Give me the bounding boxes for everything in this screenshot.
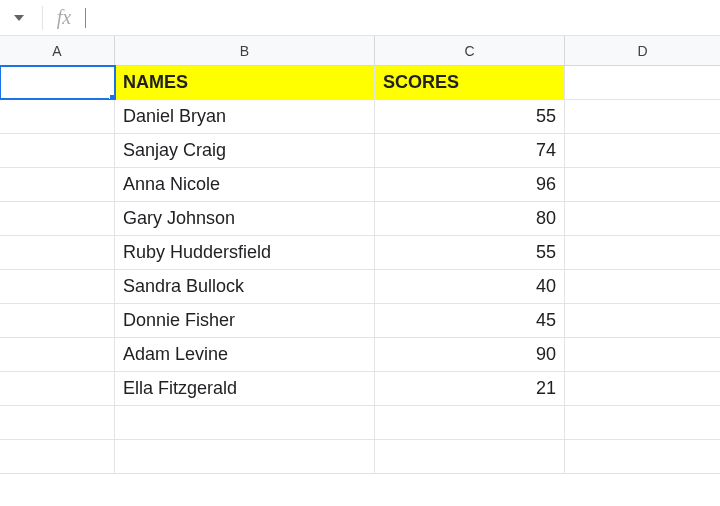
column-header-row: A B C D <box>0 36 720 66</box>
cell-B[interactable] <box>115 440 375 473</box>
grid-row: Ella Fitzgerald 21 <box>0 372 720 406</box>
cell-D[interactable] <box>565 100 720 133</box>
cell-name[interactable]: Donnie Fisher <box>115 304 375 337</box>
cell-name[interactable]: Anna Nicole <box>115 168 375 201</box>
cell-score[interactable]: 55 <box>375 100 565 133</box>
cell-D[interactable] <box>565 440 720 473</box>
cell-score[interactable]: 96 <box>375 168 565 201</box>
grid-row: Sandra Bullock 40 <box>0 270 720 304</box>
cell-name[interactable]: Sandra Bullock <box>115 270 375 303</box>
cell-name[interactable]: Ella Fitzgerald <box>115 372 375 405</box>
grid-row: Daniel Bryan 55 <box>0 100 720 134</box>
spreadsheet-grid: A B C D NAMES SCORES Daniel Bryan 55 San… <box>0 36 720 474</box>
column-header-C[interactable]: C <box>375 36 565 65</box>
column-header-D[interactable]: D <box>565 36 720 65</box>
name-box-dropdown-icon[interactable] <box>6 5 32 31</box>
grid-row: Ruby Huddersfield 55 <box>0 236 720 270</box>
cell-D[interactable] <box>565 168 720 201</box>
cell-score[interactable]: 74 <box>375 134 565 167</box>
cell-score[interactable]: 21 <box>375 372 565 405</box>
cell-D[interactable] <box>565 304 720 337</box>
cell-name[interactable]: Sanjay Craig <box>115 134 375 167</box>
grid-row: Anna Nicole 96 <box>0 168 720 202</box>
column-header-label: A <box>52 43 61 59</box>
cell-score[interactable]: 55 <box>375 236 565 269</box>
cell-A[interactable] <box>0 270 115 303</box>
cell-D[interactable] <box>565 270 720 303</box>
cell-B[interactable] <box>115 406 375 439</box>
column-header-label: C <box>464 43 474 59</box>
cell-name[interactable]: Daniel Bryan <box>115 100 375 133</box>
cell-A[interactable] <box>0 372 115 405</box>
cell-A[interactable] <box>0 304 115 337</box>
cell-A[interactable] <box>0 338 115 371</box>
cell-D[interactable] <box>565 372 720 405</box>
grid-row-empty <box>0 406 720 440</box>
column-header-label: D <box>637 43 647 59</box>
grid-row: Gary Johnson 80 <box>0 202 720 236</box>
cell-D[interactable] <box>565 236 720 269</box>
column-header-B[interactable]: B <box>115 36 375 65</box>
cell-A[interactable] <box>0 236 115 269</box>
formula-bar-divider <box>42 6 43 30</box>
fx-label: fx <box>49 6 79 29</box>
column-header-A[interactable]: A <box>0 36 115 65</box>
cell-C[interactable] <box>375 406 565 439</box>
cell-name[interactable]: Ruby Huddersfield <box>115 236 375 269</box>
cell-A1[interactable] <box>0 66 115 99</box>
cell-score[interactable]: 90 <box>375 338 565 371</box>
cell-score[interactable]: 40 <box>375 270 565 303</box>
cell-D[interactable] <box>565 134 720 167</box>
cell-A[interactable] <box>0 168 115 201</box>
cell-name[interactable]: Adam Levine <box>115 338 375 371</box>
cell-D1[interactable] <box>565 66 720 99</box>
cell-C[interactable] <box>375 440 565 473</box>
grid-row: Donnie Fisher 45 <box>0 304 720 338</box>
formula-input[interactable] <box>86 0 720 35</box>
grid-row: NAMES SCORES <box>0 66 720 100</box>
cell-A[interactable] <box>0 100 115 133</box>
cell-C1-scores-header[interactable]: SCORES <box>375 66 565 99</box>
column-header-label: B <box>240 43 249 59</box>
cell-score[interactable]: 45 <box>375 304 565 337</box>
cell-A[interactable] <box>0 202 115 235</box>
grid-rows: NAMES SCORES Daniel Bryan 55 Sanjay Crai… <box>0 66 720 474</box>
grid-row-empty <box>0 440 720 474</box>
formula-bar: fx <box>0 0 720 36</box>
cell-D[interactable] <box>565 338 720 371</box>
grid-row: Sanjay Craig 74 <box>0 134 720 168</box>
cell-D[interactable] <box>565 202 720 235</box>
cell-A[interactable] <box>0 134 115 167</box>
cell-score[interactable]: 80 <box>375 202 565 235</box>
cell-A[interactable] <box>0 440 115 473</box>
cell-name[interactable]: Gary Johnson <box>115 202 375 235</box>
cell-A[interactable] <box>0 406 115 439</box>
grid-row: Adam Levine 90 <box>0 338 720 372</box>
cell-D[interactable] <box>565 406 720 439</box>
cell-B1-names-header[interactable]: NAMES <box>115 66 375 99</box>
